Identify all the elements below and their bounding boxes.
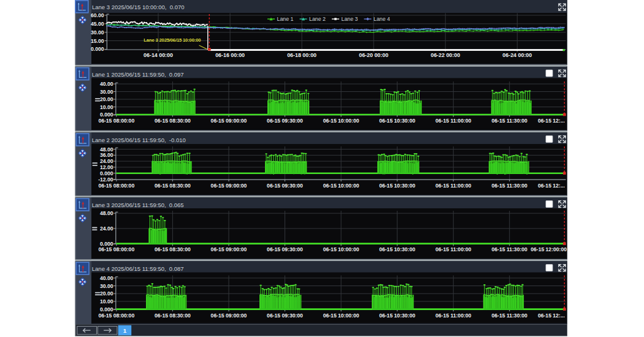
svg-text:30.00: 30.00 [91,29,104,36]
svg-text:06-24 00:00: 06-24 00:00 [502,52,532,58]
svg-text:36.00: 36.00 [100,152,113,158]
svg-text:06-15 08:00:00: 06-15 08:00:00 [98,118,134,124]
svg-text:06-15 11:30:00: 06-15 11:30:00 [492,183,528,189]
svg-text:06-15 11:30:00: 06-15 11:30:00 [492,118,528,124]
svg-text:30.00: 30.00 [100,283,113,289]
svg-text:Lane 1 2025/06/15 11:59:50, 0: Lane 1 2025/06/15 11:59:50, 0.097 [92,71,184,78]
svg-text:20.00: 20.00 [100,290,113,297]
svg-text:06-15 08:30:00: 06-15 08:30:00 [155,246,191,252]
svg-text:06-22 00:00: 06-22 00:00 [431,52,460,58]
svg-text:-12.00: -12.00 [98,176,113,183]
svg-text:06-15 09:30:00: 06-15 09:30:00 [267,246,303,252]
svg-text:06-15 12:...: 06-15 12:... [538,118,565,124]
svg-text:Lane 4 2025/06/15 11:59:50, 0: Lane 4 2025/06/15 11:59:50, 0.087 [92,265,184,272]
svg-text:Lane 2 2025/06/15 11:59:50, -: Lane 2 2025/06/15 11:59:50, -0.010 [92,137,186,143]
svg-text:06-15 11:00:00: 06-15 11:00:00 [435,246,472,252]
svg-text:24.00: 24.00 [100,158,113,164]
svg-text:06-15 08:30:00: 06-15 08:30:00 [155,312,191,319]
svg-text:06-15 10:30:00: 06-15 10:30:00 [379,246,415,252]
svg-text:06-15 11:00:00: 06-15 11:00:00 [435,312,472,319]
svg-text:06-15 10:00:00: 06-15 10:00:00 [323,246,359,252]
svg-text:06-15 09:00:00: 06-15 09:00:00 [211,246,247,252]
svg-text:15.00: 15.00 [91,38,104,44]
svg-text:06-14 00:00: 06-14 00:00 [144,52,173,58]
svg-text:06-15 11:00:00: 06-15 11:00:00 [435,118,472,124]
svg-text:06-15 08:30:00: 06-15 08:30:00 [155,183,191,189]
svg-text:Lane 2: Lane 2 [309,16,326,22]
svg-text:48.00: 48.00 [100,146,113,153]
svg-text:06-15 11:30:00: 06-15 11:30:00 [492,246,528,252]
svg-text:24.00: 24.00 [100,225,113,232]
svg-text:06-15 11:00:00: 06-15 11:00:00 [435,183,472,189]
svg-text:0.000: 0.000 [100,170,113,176]
svg-text:06-18 00:00: 06-18 00:00 [287,52,316,58]
svg-text:06-15 12:...: 06-15 12:... [538,312,565,319]
svg-text:06-15 10:30:00: 06-15 10:30:00 [379,183,415,189]
svg-text:0.000: 0.000 [91,46,104,52]
svg-text:48.00: 48.00 [100,210,113,216]
svg-text:06-15 12:...: 06-15 12:... [538,183,565,189]
svg-text:40.00: 40.00 [100,275,113,281]
svg-text:06-15 09:00:00: 06-15 09:00:00 [211,183,247,189]
svg-text:Lane 3: Lane 3 [342,16,358,22]
svg-text:06-20 00:00: 06-20 00:00 [359,52,388,58]
svg-text:Lane 3 2025/06/15 11:59:50, 0: Lane 3 2025/06/15 11:59:50, 0.065 [92,202,184,208]
svg-text:40.00: 40.00 [100,81,113,87]
svg-text:Lane 3 2025/06/15 10:00:00: Lane 3 2025/06/15 10:00:00 [144,37,201,43]
svg-text:1: 1 [123,327,127,334]
svg-text:06-15 10:00:00: 06-15 10:00:00 [323,312,359,319]
svg-text:06-15 09:30:00: 06-15 09:30:00 [267,183,303,189]
svg-text:06-15 08:30:00: 06-15 08:30:00 [155,118,191,124]
svg-text:06-15 10:30:00: 06-15 10:30:00 [379,312,415,319]
svg-text:10.00: 10.00 [100,104,113,110]
svg-text:06-15 09:00:00: 06-15 09:00:00 [211,118,247,124]
svg-text:0.000: 0.000 [100,112,113,118]
svg-text:06-15 11:30:00: 06-15 11:30:00 [492,312,528,319]
svg-text:06-15 12:00:00: 06-15 12:00:00 [531,246,567,252]
svg-text:0.000: 0.000 [100,306,113,312]
svg-text:60.00: 60.00 [91,12,104,18]
svg-text:10.00: 10.00 [100,298,113,305]
svg-text:Lane 1: Lane 1 [277,16,294,22]
svg-text:06-15 08:00:00: 06-15 08:00:00 [98,312,134,319]
svg-text:45.00: 45.00 [91,21,104,27]
svg-text:06-15 10:30:00: 06-15 10:30:00 [379,118,415,124]
svg-text:06-15 08:00:00: 06-15 08:00:00 [98,246,134,252]
svg-text:20.00: 20.00 [100,96,113,102]
svg-text:06-15 10:00:00: 06-15 10:00:00 [323,183,359,189]
svg-text:Lane 3 2025/06/15 10:00:00, 0: Lane 3 2025/06/15 10:00:00, 0.070 [92,4,185,10]
svg-text:06-15 08:00:00: 06-15 08:00:00 [98,183,134,189]
svg-text:Lane 4: Lane 4 [374,16,390,22]
svg-text:06-15 10:00:00: 06-15 10:00:00 [323,118,359,124]
svg-text:30.00: 30.00 [100,89,113,95]
svg-text:06-15 09:30:00: 06-15 09:30:00 [267,118,303,124]
svg-text:06-15 09:30:00: 06-15 09:30:00 [267,312,303,319]
svg-text:12.00: 12.00 [100,164,113,170]
svg-text:06-16 00:00: 06-16 00:00 [215,52,245,58]
svg-text:06-15 09:00:00: 06-15 09:00:00 [211,312,247,319]
